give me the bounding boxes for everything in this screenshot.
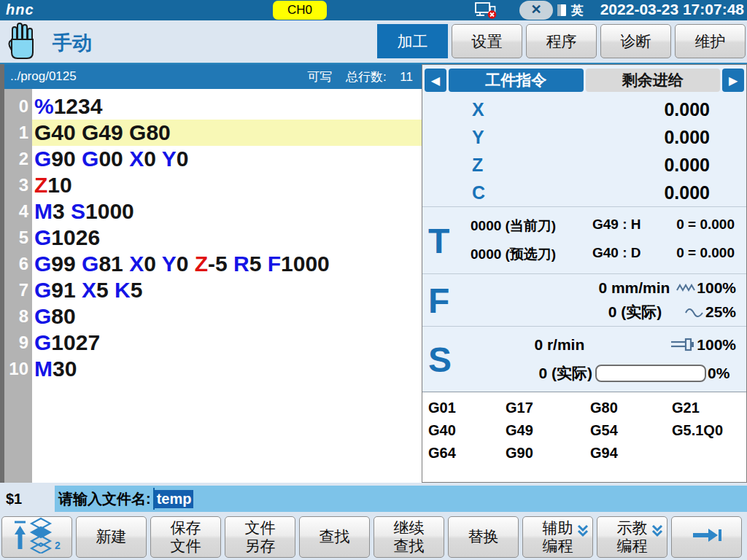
code-text: Z10 [32, 173, 72, 197]
line-number: 0 [4, 93, 28, 120]
aux-programming-button[interactable]: 辅助编程 [522, 516, 593, 558]
status-panel: ◀ 工件指令 剩余进给 ▶ X0.000Y0.000Z0.000C0.000 T… [422, 64, 747, 483]
modal-gcode-list: G01G17G80G21G40G49G54G5.1Q0G64G90G94 [422, 392, 746, 482]
axis-label: C [422, 182, 510, 203]
replace-label: 替换 [468, 528, 499, 546]
code-line[interactable]: 10M30 [32, 356, 422, 382]
page-controls-icons: 2 [13, 517, 61, 557]
find-button[interactable]: 查找 [299, 516, 370, 558]
modal-gcode: G40 [428, 422, 506, 445]
tool-rows: 0000 (当前刀)G49 : H0 = 0.0000000 (预选刀)G40 … [422, 207, 746, 273]
replace-button[interactable]: 替换 [448, 516, 519, 558]
teach-programming-label: 示教编程 [617, 519, 648, 556]
tab-diagnosis[interactable]: 诊断 [600, 24, 671, 58]
spindle-section: S 0 r/min 100% 0 (实际) 0% [422, 326, 746, 392]
tool-comp-value: 0 = 0.000 [669, 245, 746, 264]
modal-gcode: G49 [506, 422, 590, 445]
modal-gcode: G80 [590, 400, 672, 422]
code-text: G91 X5 K5 [32, 278, 142, 302]
code-line[interactable]: 7G91 X5 K5 [32, 277, 422, 303]
code-line[interactable]: 3Z10 [32, 172, 422, 198]
next-coords-button[interactable]: ▶ [722, 69, 744, 92]
axis-value: 0.000 [510, 182, 746, 203]
top-status-bar: hnc CH0 ✕ 英 2022-03-23 17:07:48 [0, 0, 747, 20]
code-text: G1027 [32, 330, 100, 354]
tool-comp-value: 0 = 0.000 [669, 217, 746, 236]
prev-coords-button[interactable]: ◀ [425, 69, 446, 92]
next-page-button[interactable] [671, 516, 742, 558]
teach-programming-button[interactable]: 示教编程 [597, 516, 667, 558]
modal-gcode: G01 [428, 400, 506, 422]
tool-number: 0000 (当前刀) [422, 217, 592, 236]
code-line[interactable]: 5G1026 [32, 225, 422, 251]
line-number: 6 [4, 251, 28, 277]
line-number: 10 [4, 356, 28, 382]
tool-row: 0000 (当前刀)G49 : H0 = 0.000 [422, 217, 746, 236]
tab-program[interactable]: 程序 [526, 24, 597, 58]
code-area: 0%12341G40 G49 G802G90 G00 X0 Y03Z104M3 … [32, 89, 422, 483]
code-line[interactable]: 2G90 G00 X0 Y0 [32, 146, 422, 172]
axis-label: X [422, 99, 510, 120]
feed-row-command: 0 mm/min 100% [422, 277, 746, 299]
modal-gcode: G90 [506, 445, 590, 467]
filename-input[interactable]: temp [153, 488, 747, 510]
modal-gcode: G54 [590, 422, 672, 445]
axis-row-z: Z0.000 [422, 151, 746, 179]
code-line[interactable]: 0%1234 [32, 93, 422, 120]
tab-settings[interactable]: 设置 [452, 24, 522, 58]
axis-label: Z [422, 155, 510, 176]
page-controls-button[interactable]: 2 [1, 516, 72, 558]
feed-command-value: 0 mm/min [422, 279, 670, 297]
next-page-icon [691, 526, 723, 548]
spindle-override-pct: 100% [697, 336, 746, 354]
axis-value: 0.000 [510, 127, 746, 148]
program-editor: ../prog/0125 可写 总行数: 11 0%12341G40 G49 G… [0, 64, 422, 483]
language-indicator: 英 [571, 2, 584, 19]
editor-header-right: 可写 总行数: 11 [297, 69, 413, 85]
spindle-load-pct: 0% [708, 365, 729, 382]
find-next-label: 继续查找 [394, 519, 425, 556]
network-error-icon [474, 1, 498, 23]
feed-actual-value: 0 (实际) [422, 302, 662, 322]
filename-prompt: 请输入文件名: [55, 489, 151, 509]
code-line[interactable]: 9G1027 [32, 330, 422, 356]
tool-comp: G49 : H [592, 217, 669, 236]
layers-count-badge: 2 [55, 540, 61, 551]
input-method-icon[interactable]: ✕ [519, 1, 553, 20]
channel-badge: CH0 [273, 1, 327, 20]
program-path: ../prog/0125 [10, 69, 77, 84]
find-next-button[interactable]: 继续查找 [374, 516, 444, 558]
code-text: G90 G00 X0 Y0 [32, 147, 188, 171]
feed-row-actual: 0 (实际) 25% [422, 301, 746, 323]
code-line[interactable]: 8G80 [32, 303, 422, 330]
code-text: M30 [32, 357, 77, 381]
save-file-button[interactable]: 保存文件 [150, 516, 221, 558]
new-file-button[interactable]: 新建 [76, 516, 147, 558]
axis-row-x: X0.000 [422, 96, 746, 123]
code-line[interactable]: 1G40 G49 G80 [32, 120, 422, 146]
tool-section: T 0000 (当前刀)G49 : H0 = 0.0000000 (预选刀)G4… [422, 206, 746, 273]
modal-gcode: G64 [428, 445, 506, 467]
chevron-double-down-icon [651, 524, 663, 541]
line-number: 7 [4, 277, 28, 303]
menu-bar: 手动 加工设置程序诊断维护 [0, 20, 747, 63]
hnc-logo: hnc [6, 1, 34, 18]
code-line[interactable]: 6G99 G81 X0 Y0 Z-5 R5 F1000 [32, 251, 422, 277]
code-line[interactable]: 4M3 S1000 [32, 198, 422, 225]
feed-section: F 0 mm/min 100% 0 (实际) 25% [422, 273, 746, 326]
chevron-double-down-icon [577, 524, 589, 541]
line-number: 9 [4, 330, 28, 356]
tab-remaining-feed[interactable]: 剩余进给 [586, 69, 721, 92]
softkey-toolbar: 2新建保存文件文件另存查找继续查找替换辅助编程示教编程 [0, 515, 747, 560]
tab-workpiece-command[interactable]: 工件指令 [449, 69, 584, 92]
tab-machining[interactable]: 加工 [377, 24, 448, 58]
rapid-override-pct: 100% [697, 279, 746, 297]
tab-maintenance[interactable]: 维护 [675, 24, 746, 58]
save-as-button[interactable]: 文件另存 [225, 516, 295, 558]
axis-positions: X0.000Y0.000Z0.000C0.000 [422, 94, 746, 206]
command-line: $1 请输入文件名: temp [0, 483, 747, 515]
channel-label: $1 [6, 483, 22, 515]
feed-override-icon [684, 307, 705, 318]
axis-value: 0.000 [510, 155, 746, 176]
total-lines-count: 11 [400, 70, 413, 84]
